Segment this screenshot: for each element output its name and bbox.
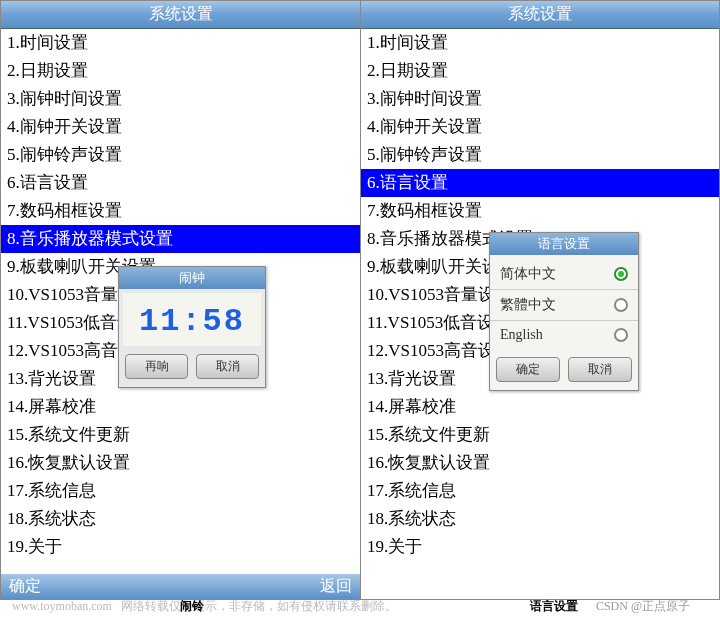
right-caption: 语言设置 [530,598,578,615]
radio-icon[interactable] [614,267,628,281]
menu-item[interactable]: 19.关于 [1,533,360,561]
menu-item[interactable]: 16.恢复默认设置 [1,449,360,477]
watermark-site: www.toymoban.com [12,599,112,613]
menu-item[interactable]: 14.屏幕校准 [361,393,719,421]
radio-icon[interactable] [614,298,628,312]
menu-item[interactable]: 1.时间设置 [1,29,360,57]
language-popup-title: 语言设置 [490,233,638,255]
radio-icon[interactable] [614,328,628,342]
menu-item[interactable]: 16.恢复默认设置 [361,449,719,477]
language-ok-button[interactable]: 确定 [496,357,560,382]
menu-item[interactable]: 8.音乐播放器模式设置 [1,225,360,253]
menu-item[interactable]: 4.闹钟开关设置 [361,113,719,141]
watermark-note: 网络转载仅供展示，非存储，如有侵权请联系删除。 [121,599,397,613]
language-option-label: 简体中文 [500,265,556,283]
menu-item[interactable]: 15.系统文件更新 [361,421,719,449]
alarm-popup: 闹钟 11:58 再响 取消 [118,266,266,388]
menu-item[interactable]: 2.日期设置 [1,57,360,85]
menu-item[interactable]: 4.闹钟开关设置 [1,113,360,141]
menu-item[interactable]: 17.系统信息 [361,477,719,505]
menu-item[interactable]: 6.语言设置 [361,169,719,197]
softkey-back[interactable]: 返回 [320,576,352,597]
language-popup: 语言设置 简体中文繁體中文English 确定 取消 [489,232,639,391]
menu-item[interactable]: 7.数码相框设置 [1,197,360,225]
menu-item[interactable]: 17.系统信息 [1,477,360,505]
language-option-label: 繁體中文 [500,296,556,314]
language-cancel-button[interactable]: 取消 [568,357,632,382]
menu-item[interactable]: 7.数码相框设置 [361,197,719,225]
menu-item[interactable]: 5.闹钟铃声设置 [361,141,719,169]
language-option[interactable]: English [490,321,638,349]
menu-item[interactable]: 5.闹钟铃声设置 [1,141,360,169]
menu-item[interactable]: 3.闹钟时间设置 [1,85,360,113]
language-option[interactable]: 简体中文 [490,259,638,290]
menu-item[interactable]: 1.时间设置 [361,29,719,57]
softkey-ok[interactable]: 确定 [9,576,41,597]
footer: www.toymoban.com 网络转载仅供展示，非存储，如有侵权请联系删除。… [0,596,720,617]
right-title: 系统设置 [361,1,719,29]
alarm-time: 11:58 [123,293,261,346]
menu-item[interactable]: 3.闹钟时间设置 [361,85,719,113]
attribution: CSDN @正点原子 [596,598,690,615]
menu-item[interactable]: 15.系统文件更新 [1,421,360,449]
menu-item[interactable]: 14.屏幕校准 [1,393,360,421]
alarm-popup-title: 闹钟 [119,267,265,289]
menu-item[interactable]: 18.系统状态 [1,505,360,533]
cancel-alarm-button[interactable]: 取消 [196,354,259,379]
snooze-button[interactable]: 再响 [125,354,188,379]
language-option-list: 简体中文繁體中文English [490,255,638,353]
menu-item[interactable]: 19.关于 [361,533,719,561]
left-title: 系统设置 [1,1,360,29]
left-caption: 闹铃 [180,598,204,615]
menu-item[interactable]: 2.日期设置 [361,57,719,85]
language-option-label: English [500,327,543,343]
menu-item[interactable]: 6.语言设置 [1,169,360,197]
menu-item[interactable]: 18.系统状态 [361,505,719,533]
language-option[interactable]: 繁體中文 [490,290,638,321]
